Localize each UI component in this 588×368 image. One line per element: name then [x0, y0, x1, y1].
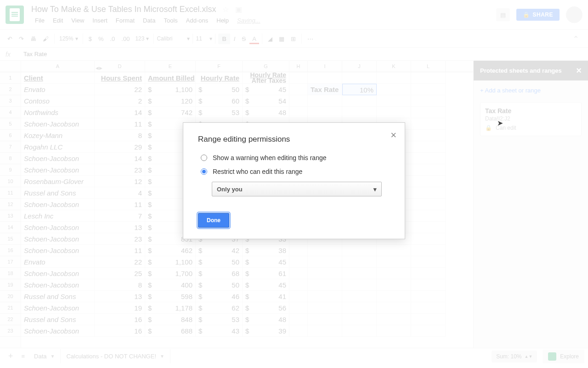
restrict-select[interactable]: Only you ▾ [212, 182, 382, 196]
radio-checked-icon[interactable] [201, 168, 207, 175]
done-button[interactable]: Done [198, 213, 229, 228]
radio-unchecked-icon[interactable] [201, 155, 207, 161]
mouse-cursor: ➤ [497, 119, 503, 127]
dialog-title: Range editing permissions [198, 135, 390, 144]
option-show-warning[interactable]: Show a warning when editing this range [198, 154, 390, 161]
chevron-down-icon: ▾ [373, 186, 377, 193]
option-restrict[interactable]: Restrict who can edit this range [198, 168, 390, 175]
range-permissions-dialog: × Range editing permissions Show a warni… [183, 122, 405, 239]
dialog-close-button[interactable]: × [390, 129, 396, 141]
